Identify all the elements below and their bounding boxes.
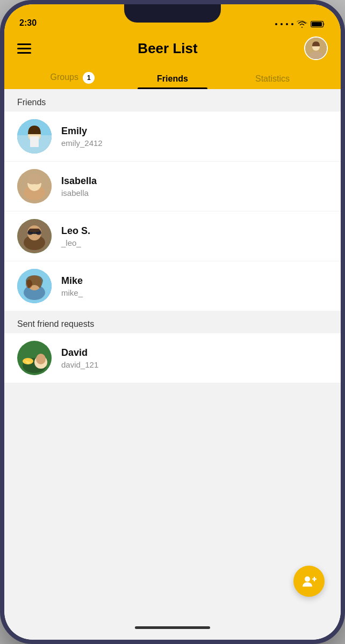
- list-item[interactable]: Mike mike_: [4, 261, 341, 311]
- tab-statistics[interactable]: Statistics: [222, 69, 322, 89]
- menu-button[interactable]: [17, 43, 31, 54]
- friends-list: Emily emily_2412: [4, 112, 341, 311]
- avatar: [17, 219, 52, 253]
- friend-info: Leo S. _leo_: [61, 225, 90, 247]
- friend-username: _leo_: [61, 238, 90, 247]
- add-friend-button[interactable]: [293, 566, 325, 597]
- hamburger-line2: [17, 48, 31, 49]
- friends-section-header: Friends: [4, 89, 341, 112]
- avatar: [17, 341, 52, 375]
- list-item[interactable]: David david_121: [4, 333, 341, 383]
- friend-username: mike_: [61, 288, 83, 297]
- isabella-avatar-image: [17, 169, 52, 203]
- mike-avatar-image: [17, 269, 52, 303]
- leo-avatar-image: [17, 219, 52, 253]
- avatar: [17, 119, 52, 153]
- home-indicator: [4, 619, 341, 640]
- friend-name: David: [61, 347, 98, 358]
- home-bar: [135, 626, 210, 629]
- battery-icon: [311, 20, 326, 28]
- hamburger-line1: [17, 43, 31, 45]
- app-title: Beer List: [138, 40, 197, 57]
- status-icons: [275, 20, 326, 28]
- friend-name: Isabella: [61, 175, 97, 187]
- emily-avatar-image: [17, 119, 52, 153]
- groups-badge: 1: [83, 72, 95, 84]
- avatar: [17, 269, 52, 303]
- requests-list: David david_121: [4, 333, 341, 383]
- header: Beer List Groups 1 Friends: [4, 31, 341, 89]
- status-time: 2:30: [19, 18, 37, 28]
- list-item[interactable]: Isabella isabella: [4, 162, 341, 211]
- svg-rect-1: [312, 22, 322, 26]
- user-avatar[interactable]: [304, 36, 328, 60]
- friend-info: Emily emily_2412: [61, 126, 103, 148]
- friend-name: Mike: [61, 275, 83, 287]
- svg-rect-18: [29, 229, 40, 232]
- add-friend-icon: [301, 574, 317, 589]
- list-item[interactable]: Leo S. _leo_: [4, 211, 341, 261]
- svg-rect-8: [30, 136, 39, 147]
- signal-dot1: [275, 23, 277, 25]
- avatar-image: [305, 36, 327, 60]
- wifi-icon: [297, 20, 307, 28]
- main-content: Friends Emily em: [4, 89, 341, 619]
- tab-groups[interactable]: Groups 1: [23, 67, 123, 89]
- friend-name: Emily: [61, 126, 103, 137]
- svg-point-28: [305, 576, 310, 582]
- signal-dot2: [281, 23, 283, 25]
- friend-info: Isabella isabella: [61, 175, 97, 197]
- signal-dot4: [291, 23, 293, 25]
- signal-dot3: [286, 23, 288, 25]
- friend-username: emily_2412: [61, 138, 103, 148]
- svg-point-27: [36, 354, 46, 364]
- david-avatar-image: [17, 341, 52, 375]
- friend-name: Leo S.: [61, 225, 90, 237]
- friend-info: David david_121: [61, 347, 98, 369]
- avatar: [17, 169, 52, 203]
- requests-section-header: Sent friend requests: [4, 311, 341, 333]
- hamburger-line3: [17, 52, 31, 54]
- list-item[interactable]: Emily emily_2412: [4, 112, 341, 162]
- friend-username: isabella: [61, 188, 97, 197]
- friend-info: Mike mike_: [61, 275, 83, 297]
- friend-username: david_121: [61, 360, 98, 369]
- tab-friends[interactable]: Friends: [123, 69, 222, 89]
- tab-bar: Groups 1 Friends Statistics: [17, 67, 328, 89]
